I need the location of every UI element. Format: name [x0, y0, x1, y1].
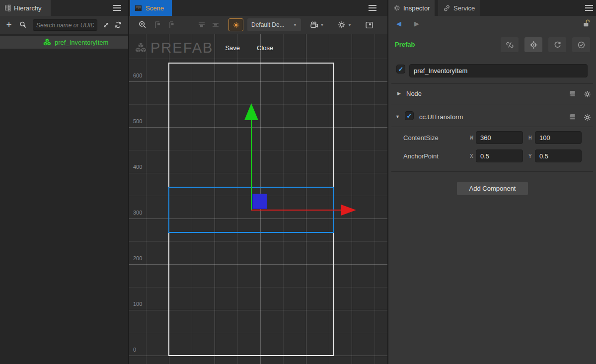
align-top-icon[interactable]: [196, 18, 208, 31]
search-input[interactable]: [33, 19, 97, 31]
inspector-navrow: ◀ ▶: [388, 18, 596, 32]
gizmo-mode-value: Default De...: [251, 21, 285, 28]
anchorpoint-label: AnchorPoint: [403, 152, 439, 160]
gear-icon: [393, 4, 400, 11]
uitransform-section-header[interactable]: ▼ ✓ cc.UITransform: [388, 110, 596, 125]
tab-hierarchy[interactable]: Hierarchy: [0, 0, 51, 16]
search-icon: [19, 21, 27, 29]
inspector-menu-icon[interactable]: [585, 5, 593, 11]
docs-book-icon[interactable]: [569, 113, 577, 121]
unlink-prefab-button[interactable]: [501, 37, 519, 52]
h-label: H: [528, 135, 532, 141]
align-center-h-icon[interactable]: [166, 18, 178, 31]
prefab-cube-icon: [134, 41, 148, 55]
create-node-button[interactable]: +: [3, 19, 15, 31]
tab-inspector[interactable]: Inspector: [388, 0, 435, 16]
scene-toolbar: Default De... ▼ ▼ ▼: [129, 16, 387, 34]
prefab-cube-icon: [43, 38, 52, 47]
service-tab-label: Service: [453, 4, 475, 12]
contentsize-h-input[interactable]: [535, 131, 582, 144]
refresh-icon[interactable]: [112, 19, 124, 31]
ruler-label: 300: [133, 210, 142, 216]
scene-settings-dropdown[interactable]: ▼: [335, 18, 355, 31]
expand-all-icon[interactable]: [100, 19, 112, 31]
gizmo-anchor-handle[interactable]: [252, 194, 267, 209]
contentsize-w-input[interactable]: [476, 131, 523, 144]
gizmo-y-arrowhead[interactable]: [244, 103, 258, 120]
tab-scene[interactable]: Scene: [130, 0, 172, 16]
tree-item-pref-inventoryitem[interactable]: pref_InventoryItem: [0, 36, 128, 49]
check-icon: ✓: [407, 112, 412, 120]
anchorpoint-y-input[interactable]: [535, 149, 582, 162]
unlock-icon[interactable]: [582, 19, 591, 28]
add-component-button[interactable]: Add Component: [457, 182, 528, 195]
node-settings-gear-icon[interactable]: [584, 90, 591, 98]
inspector-tabbar: Inspector Service: [388, 0, 596, 16]
scene-tab-label: Scene: [146, 4, 164, 12]
hierarchy-panel: Hierarchy +: [0, 0, 128, 364]
uitransform-section-label: cc.UITransform: [419, 113, 463, 121]
locate-prefab-asset-button[interactable]: [524, 37, 542, 52]
prefab-state-label: Prefab: [395, 41, 415, 48]
anchorpoint-x-input[interactable]: [476, 149, 523, 162]
gizmo-y-axis[interactable]: [251, 120, 252, 211]
camera-dropdown[interactable]: ▼: [307, 18, 327, 31]
node-active-checkbox[interactable]: ✓: [396, 65, 405, 73]
collapse-arrow-icon[interactable]: ▼: [395, 114, 400, 119]
hierarchy-toolbar: +: [0, 16, 128, 34]
tree-item-label: pref_InventoryItem: [55, 39, 108, 46]
scene-menu-icon[interactable]: [369, 5, 376, 11]
plus-icon: +: [6, 19, 11, 30]
hierarchy-tab-label: Hierarchy: [14, 4, 42, 12]
divider: [391, 171, 593, 172]
scene-viewport[interactable]: 600 500 400 300 200 100 0: [129, 34, 387, 364]
ruler-label: 100: [133, 301, 142, 307]
component-settings-gear-icon[interactable]: [584, 113, 591, 121]
chevron-down-icon: ▼: [320, 23, 324, 27]
back-icon[interactable]: ◀: [396, 20, 401, 27]
hierarchy-tabbar: Hierarchy: [0, 0, 128, 16]
apply-prefab-button[interactable]: [572, 37, 590, 52]
divider: [391, 104, 593, 104]
tab-service[interactable]: Service: [438, 0, 480, 16]
uitransform-enabled-checkbox[interactable]: ✓: [405, 111, 414, 120]
ruler-label: 500: [133, 118, 142, 124]
node-name-input[interactable]: [409, 64, 588, 77]
gizmo-light-icon[interactable]: [228, 18, 243, 31]
ruler-label: 0: [133, 347, 136, 353]
inspector-panel: Inspector Service ◀ ▶: [388, 0, 596, 364]
zoom-icon[interactable]: [136, 18, 149, 31]
w-label: W: [470, 135, 473, 141]
gizmo-x-axis[interactable]: [251, 210, 341, 211]
check-icon: ✓: [398, 66, 404, 73]
scene-image-icon: [135, 4, 142, 12]
inspector-tab-label: Inspector: [403, 4, 430, 12]
scene-tabbar: Scene: [129, 0, 387, 16]
gizmo-mode-dropdown[interactable]: Default De... ▼: [247, 18, 301, 31]
scene-panel: Scene: [129, 0, 387, 364]
search-filter-button[interactable]: [17, 19, 29, 31]
save-button[interactable]: Save: [225, 44, 240, 52]
prefab-watermark: PREFAB: [150, 40, 213, 56]
node-section-header[interactable]: ▶ Node: [388, 86, 596, 101]
gizmo-x-arrowhead[interactable]: [341, 205, 356, 216]
ruler-label: 600: [133, 73, 142, 78]
close-button[interactable]: Close: [257, 44, 273, 52]
layout-panels-icon[interactable]: [363, 18, 375, 31]
divider: [391, 127, 593, 127]
chevron-down-icon: ▼: [293, 23, 297, 27]
revert-prefab-button[interactable]: [548, 37, 566, 52]
link-icon: [443, 4, 450, 12]
expand-arrow-icon[interactable]: ▶: [397, 91, 401, 96]
chevron-down-icon: ▼: [348, 23, 352, 27]
forward-icon[interactable]: ▶: [414, 20, 419, 27]
y-label: Y: [528, 153, 532, 159]
contentsize-label: ContentSize: [403, 134, 439, 142]
align-middle-v-icon[interactable]: [210, 18, 222, 31]
ruler-label: 400: [133, 164, 142, 170]
hierarchy-menu-icon[interactable]: [113, 5, 121, 11]
ruler-label: 200: [133, 255, 142, 261]
align-left-icon[interactable]: [152, 18, 164, 31]
docs-book-icon[interactable]: [569, 90, 577, 98]
node-section-label: Node: [406, 90, 422, 97]
